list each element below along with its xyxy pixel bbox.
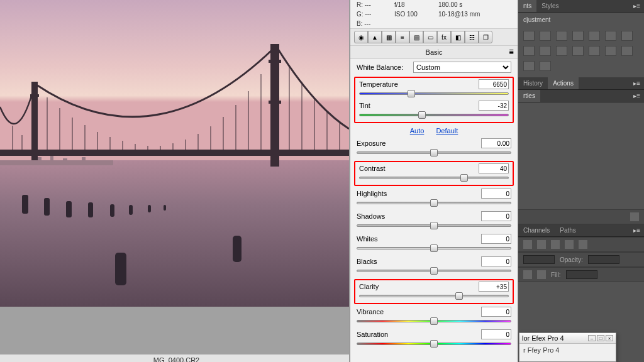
plugin-titlebar[interactable]: lor Efex Pro 4 – □ ×	[519, 333, 616, 344]
fill-input[interactable]	[566, 270, 597, 279]
close-icon[interactable]: ×	[606, 335, 613, 341]
highlights-slider[interactable]	[357, 200, 511, 206]
blacks-slider[interactable]	[357, 268, 511, 274]
filter-type-icon[interactable]	[551, 240, 560, 249]
adj-photofilter-icon[interactable]	[540, 46, 551, 56]
auto-default-links: Auto Default	[350, 124, 518, 137]
tab-detail-icon[interactable]: ▦	[382, 31, 396, 43]
vibrance-input[interactable]	[481, 307, 511, 317]
temperature-slider[interactable]	[359, 90, 509, 97]
tint-input[interactable]	[479, 101, 509, 111]
svg-rect-40	[66, 201, 72, 217]
tab-channels[interactable]: Channels	[518, 224, 555, 236]
tab-history[interactable]: History	[518, 77, 548, 89]
filter-pixlayer-icon[interactable]	[523, 240, 532, 249]
svg-rect-6	[269, 60, 281, 63]
highlights-input[interactable]	[481, 189, 511, 199]
plugin-window[interactable]: lor Efex Pro 4 – □ × r Ffey Pro 4	[519, 332, 616, 362]
clarity-slider[interactable]	[359, 293, 509, 299]
tab-fx-icon[interactable]: fx	[437, 31, 451, 43]
tab-hsl-icon[interactable]: ≡	[396, 31, 409, 43]
adj-threshold-icon[interactable]	[621, 46, 633, 56]
adj-channelmixer-icon[interactable]	[556, 46, 567, 56]
tab-camera-icon[interactable]: ◧	[451, 31, 465, 43]
adj-curves-icon[interactable]	[556, 31, 567, 41]
auto-link[interactable]: Auto	[410, 127, 425, 134]
contrast-input[interactable]	[479, 163, 509, 173]
adj-hue-icon[interactable]	[605, 31, 616, 41]
clarity-input[interactable]	[479, 282, 509, 292]
blendmode-select[interactable]	[523, 255, 555, 264]
adj-levels-icon[interactable]	[540, 31, 551, 41]
collapse-icon-2b[interactable]: ▸≡	[630, 90, 644, 102]
maximize-icon[interactable]: □	[597, 335, 604, 341]
fill-strip: Fill:	[518, 267, 644, 282]
tab-adjustments[interactable]: nts	[518, 0, 536, 12]
opacity-input[interactable]	[588, 255, 619, 264]
adj-colorlookup-icon[interactable]	[572, 46, 584, 56]
collapse-icon-2[interactable]: ▸≡	[630, 77, 644, 89]
adj-invert-icon[interactable]	[589, 46, 600, 56]
tab-paths[interactable]: Paths	[555, 224, 581, 236]
svg-rect-43	[129, 205, 133, 215]
exposure-slider[interactable]	[357, 150, 511, 156]
exposure-block: Exposure	[350, 137, 518, 160]
adj-bw-icon[interactable]	[523, 46, 535, 56]
tab-styles[interactable]: Styles	[536, 0, 564, 12]
tab-snapshots-icon[interactable]: ❐	[479, 31, 492, 43]
adj-selectivecolor-icon[interactable]	[540, 61, 551, 71]
panel-menu-icon[interactable]: ≣	[509, 48, 514, 55]
collapse-icon[interactable]: ▸≡	[630, 0, 644, 12]
shadows-label: Shadows	[357, 212, 385, 220]
tab-split-icon[interactable]: ▤	[409, 31, 423, 43]
whites-slider[interactable]	[357, 245, 511, 251]
svg-rect-2	[0, 150, 349, 156]
tint-slider[interactable]	[359, 112, 509, 118]
contrast-slider[interactable]	[359, 175, 509, 181]
tab-presets-icon[interactable]: ☷	[465, 31, 479, 43]
default-link[interactable]: Default	[436, 127, 458, 134]
svg-rect-37	[82, 157, 86, 163]
vibrance-slider[interactable]	[357, 318, 511, 324]
adj-brightness-icon[interactable]	[523, 31, 535, 41]
blacks-input[interactable]	[481, 256, 511, 266]
exposure-input[interactable]	[481, 138, 511, 148]
white-balance-select[interactable]: Custom	[413, 62, 511, 73]
temperature-input[interactable]	[479, 79, 509, 89]
svg-rect-39	[44, 198, 50, 216]
minimize-icon[interactable]: –	[588, 335, 596, 341]
properties-body	[518, 102, 644, 209]
saturation-slider[interactable]	[357, 341, 511, 347]
shadows-slider[interactable]	[357, 222, 511, 229]
filter-adjlayer-icon[interactable]	[537, 240, 546, 249]
whites-label: Whites	[357, 235, 378, 243]
svg-rect-47	[233, 236, 242, 262]
highlights-block: Highlights	[350, 187, 518, 210]
collapse-icon-3[interactable]: ▸≡	[630, 224, 644, 236]
shadows-input[interactable]	[481, 211, 511, 221]
svg-rect-46	[115, 253, 126, 285]
whites-input[interactable]	[481, 234, 511, 244]
tab-actions[interactable]: Actions	[548, 77, 579, 89]
tab-curve-icon[interactable]: ▲	[368, 31, 382, 43]
lock-icon[interactable]	[523, 270, 532, 279]
svg-rect-44	[148, 205, 151, 212]
saturation-block: Saturation	[350, 328, 518, 351]
tab-properties[interactable]: rties	[518, 90, 540, 102]
saturation-input[interactable]	[481, 329, 511, 339]
adj-gradientmap-icon[interactable]	[523, 61, 535, 71]
wb-sliders-highlight: Temperature Tint	[354, 77, 514, 123]
filter-shape-icon[interactable]	[565, 240, 574, 249]
adj-vibrance-icon[interactable]	[589, 31, 600, 41]
blacks-block: Blacks	[350, 255, 518, 278]
tint-label: Tint	[359, 102, 370, 109]
tab-basic-icon[interactable]: ◉	[354, 31, 368, 43]
adj-colorbalance-icon[interactable]	[621, 31, 633, 41]
svg-rect-42	[110, 204, 114, 217]
adj-exposure-icon[interactable]	[572, 31, 584, 41]
tab-lens-icon[interactable]: ▭	[423, 31, 437, 43]
lock-pos-icon[interactable]	[537, 270, 546, 279]
trash-icon[interactable]	[630, 212, 639, 221]
adj-posterize-icon[interactable]	[605, 46, 616, 56]
filter-smart-icon[interactable]	[579, 240, 587, 249]
